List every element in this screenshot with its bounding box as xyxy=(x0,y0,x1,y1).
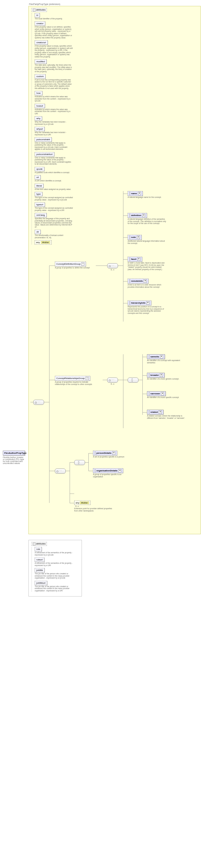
attribute-box[interactable]: howuri xyxy=(35,104,45,108)
sequence-connector xyxy=(33,400,44,405)
note-element[interactable]: note+ xyxy=(128,235,142,240)
extension-box-1: – attributes idThe local identifier of t… xyxy=(28,6,201,534)
attribute-desc: A refinement of the semantics of the pro… xyxy=(35,552,73,556)
expand-icon[interactable]: + xyxy=(160,374,163,377)
cardinality-label: 0..∞ xyxy=(75,505,112,507)
attribute-xmllang: xml:langSpecifies the language of this p… xyxy=(35,213,74,228)
attributes-legend: – attributes xyxy=(32,542,47,546)
expand-icon[interactable]: + xyxy=(81,262,85,266)
attribute-desc: A free-text value assigned as property v… xyxy=(35,188,73,190)
attribute-desc: If the property value is empty, specifie… xyxy=(35,45,73,58)
expand-icon[interactable]: + xyxy=(137,257,140,261)
any-other-desc: Extension point for provider-defined pro… xyxy=(74,507,112,512)
expand-icon[interactable]: + xyxy=(112,452,115,455)
attribute-box[interactable]: xml:lang xyxy=(35,213,46,217)
attribute-box[interactable]: dir xyxy=(35,230,41,234)
attribute-box[interactable]: how xyxy=(35,91,42,95)
related-element[interactable]: related+ xyxy=(147,410,164,414)
name-element[interactable]: name+ xyxy=(128,191,143,196)
expand-icon[interactable]: + xyxy=(86,377,89,380)
expand-icon[interactable]: + xyxy=(160,355,163,358)
attribute-box[interactable]: creatoruri xyxy=(35,40,48,44)
attribute-box[interactable]: custom xyxy=(35,74,45,79)
concept-definition-group-desc: A group of properties to define the conc… xyxy=(55,267,90,269)
attribute-desc: Indicates by which means the value was e… xyxy=(35,108,73,115)
cardinality-label: 0..∞ xyxy=(107,383,118,385)
attribute-desc: If set to true the corresponding propert… xyxy=(35,79,73,89)
broader-element[interactable]: broader+ xyxy=(147,373,165,378)
organisation-details-element[interactable]: organisationDetails+ xyxy=(93,468,123,473)
concept-definition-group[interactable]: ConceptDefinitionGroup+ xyxy=(55,261,86,267)
element-desc: In NAR 1.8 and later, facet is deprecate… xyxy=(128,262,166,270)
attribute-box[interactable]: creator xyxy=(35,21,45,26)
attribute-box[interactable]: whyuri xyxy=(35,127,45,131)
facet-element[interactable]: facet+ xyxy=(128,257,142,261)
element-desc: An identifier of a concept with equivale… xyxy=(147,360,186,364)
attribute-box[interactable]: roleuri xyxy=(35,558,44,562)
attribute-box[interactable]: modified xyxy=(35,59,46,64)
remoteinfo-element[interactable]: remoteInfo+ xyxy=(128,279,148,283)
attribute-jobtitleuri: jobtitleuriThe job title of the person w… xyxy=(35,581,74,592)
expand-icon[interactable]: + xyxy=(159,410,162,414)
choice-connector xyxy=(74,460,85,465)
attribute-desc: The job title of the person who created … xyxy=(35,572,73,579)
narrower-element[interactable]: narrower+ xyxy=(147,391,166,396)
attribute-desc: If the property value is not defined, sp… xyxy=(35,26,73,39)
element-desc: An identifier of a more generic concept. xyxy=(147,378,179,380)
attribute-desc: A URI which identifies a concept. xyxy=(35,180,73,182)
attribute-jobtitle: jobtitleThe job title of the person who … xyxy=(35,568,74,579)
attribute-desc: Why the metadata has been included - exp… xyxy=(35,121,73,125)
expand-icon[interactable]: + xyxy=(138,192,141,195)
attribute-desc: The type of the concept assigned as cont… xyxy=(35,196,73,201)
expand-icon[interactable]: + xyxy=(142,214,145,217)
attributes-column-2: roleA refinement of the semantics of the… xyxy=(32,547,81,592)
attributes-legend: – attributes xyxy=(32,8,47,12)
attribute-why: whyWhy the metadata has been included - … xyxy=(35,116,74,125)
attribute-box[interactable]: typeuri xyxy=(35,203,45,207)
attribute-box[interactable]: id xyxy=(35,13,40,17)
attribute-typeuri: typeuriThe type of the concept assigned … xyxy=(35,203,74,211)
attribute-box[interactable]: pubconstrainturi xyxy=(35,152,54,156)
person-details-element[interactable]: personDetails+ xyxy=(93,451,117,456)
organisation-details-desc: A group of properties specific to an org… xyxy=(93,473,131,478)
attribute-custom: customIf set to true the corresponding p… xyxy=(35,74,74,89)
definition-element[interactable]: definition+ xyxy=(128,213,147,218)
element-desc: Represents the position of a concept in … xyxy=(128,306,166,314)
attribute-box[interactable]: qcode xyxy=(35,167,44,171)
element-desc: A link to an item or a web resource whic… xyxy=(128,284,166,288)
attribute-box[interactable]: uri xyxy=(35,175,41,179)
attribute-desc: A qualified code which identifies a conc… xyxy=(35,172,73,174)
hierarchyinfo-element[interactable]: hierarchyInfo+ xyxy=(128,301,151,305)
concept-relationships-group-desc: A group of properties required to indica… xyxy=(55,381,98,385)
attribute-desc: The date (and, optionally, the time) whe… xyxy=(35,64,73,72)
attribute-box[interactable]: role xyxy=(35,547,42,551)
attribute-creator: creatorIf the property value is not defi… xyxy=(35,21,74,39)
attribute-box[interactable]: type xyxy=(35,192,42,196)
expand-icon[interactable]: + xyxy=(143,279,147,283)
expand-icon[interactable]: + xyxy=(161,392,164,395)
root-type-desc: Flexible Author (creator or contributor)… xyxy=(3,456,25,464)
attribute-box[interactable]: pubconstraint xyxy=(35,137,52,142)
any-other-element: any##other xyxy=(74,501,91,505)
person-details-desc: A set of properties specific to a person xyxy=(93,456,124,458)
element-desc: Additional natural language information … xyxy=(128,240,166,244)
attribute-whyuri: whyuriWhy the metadata has been included… xyxy=(35,127,74,135)
attribute-modified: modifiedThe date (and, optionally, the t… xyxy=(35,59,74,72)
attribute-literal: literalA free-text value assigned as pro… xyxy=(35,184,74,190)
element-desc: A natural language definition of the sem… xyxy=(128,218,166,224)
attribute-box[interactable]: jobtitle xyxy=(35,568,45,572)
concept-relationships-group[interactable]: ConceptRelationshipsGroup+ xyxy=(55,376,90,381)
attribute-box[interactable]: why xyxy=(35,116,42,121)
expand-icon[interactable]: + xyxy=(146,301,149,305)
choice-connector xyxy=(128,378,138,383)
expand-icon[interactable]: + xyxy=(118,469,122,472)
sameas-element[interactable]: sameAs+ xyxy=(147,354,165,359)
expand-icon[interactable]: + xyxy=(137,236,140,239)
extension-title: FlexPartyPropType (extension) xyxy=(29,3,201,5)
sequence-connector xyxy=(55,469,66,474)
attribute-box[interactable]: literal xyxy=(35,184,43,188)
attribute-roleuri: roleuriA refinement of the semantics of … xyxy=(35,558,74,566)
attribute-desc: A refinement of the semantics of the pro… xyxy=(35,562,73,566)
cardinality-label: 0..∞ xyxy=(107,269,118,271)
attribute-box[interactable]: jobtitleuri xyxy=(35,581,47,585)
